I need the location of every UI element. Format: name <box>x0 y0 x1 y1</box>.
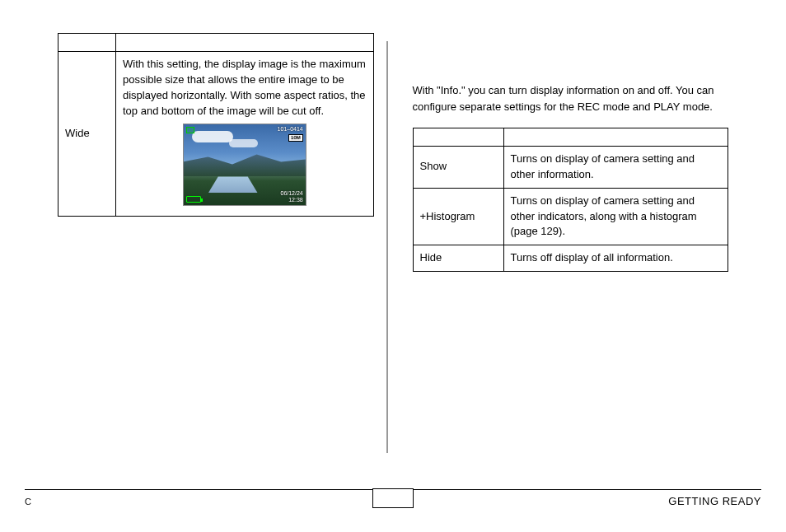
table-header-row <box>413 128 728 147</box>
water-graphic <box>208 176 258 193</box>
camera-display-thumbnail: 101–0414 10M 06/12/24 12:38 <box>183 124 306 206</box>
option-label: Show <box>413 147 503 189</box>
table-row: Hide Turns off display of all informatio… <box>413 245 728 272</box>
cloud-graphic <box>192 131 233 142</box>
header-cell <box>116 34 374 52</box>
table-header-row <box>58 34 374 52</box>
header-cell <box>58 34 116 52</box>
page-number-box <box>372 488 414 508</box>
option-desc: Turns off display of all information. <box>503 245 728 272</box>
thumbnail-bottom-overlay: 06/12/24 12:38 <box>281 190 303 204</box>
header-cell <box>503 128 728 147</box>
right-column: With "Info." you can turn display inform… <box>388 33 762 461</box>
option-desc: Turns on display of camera setting and o… <box>503 188 728 245</box>
option-label: Hide <box>413 245 503 272</box>
size-badge: 10M <box>288 134 303 142</box>
setting-desc-cell: With this setting, the display image is … <box>116 52 374 217</box>
thumbnail-time: 12:38 <box>288 197 303 203</box>
cloud-graphic <box>229 139 258 147</box>
page-footer: C GETTING READY <box>25 489 761 507</box>
thumbnail-date: 06/12/24 <box>281 190 303 196</box>
thumbnail-top-overlay: 101–0414 10M <box>278 126 303 142</box>
wide-setting-table: Wide With this setting, the display imag… <box>58 33 374 217</box>
section-title: GETTING READY <box>668 495 761 507</box>
file-number: 101–0414 <box>278 126 303 132</box>
table-row: +Histogram Turns on display of camera se… <box>413 188 728 245</box>
info-settings-table: Show Turns on display of camera setting … <box>413 128 729 272</box>
header-cell <box>413 128 503 147</box>
info-intro-text: With "Info." you can turn display inform… <box>413 82 729 114</box>
footer-left: C <box>25 497 31 506</box>
page-content: Wide With this setting, the display imag… <box>0 0 786 461</box>
setting-label-cell: Wide <box>58 52 116 217</box>
left-column: Wide With this setting, the display imag… <box>25 33 386 461</box>
mountain-graphic <box>184 152 306 176</box>
table-row: Show Turns on display of camera setting … <box>413 147 728 189</box>
setting-description: With this setting, the display image is … <box>123 57 367 119</box>
option-label: +Histogram <box>413 188 503 245</box>
option-desc: Turns on display of camera setting and o… <box>503 147 728 189</box>
play-icon <box>186 127 194 133</box>
battery-icon <box>186 196 201 203</box>
thumbnail-container: 101–0414 10M 06/12/24 12:38 <box>123 124 367 211</box>
table-row: Wide With this setting, the display imag… <box>58 52 374 217</box>
